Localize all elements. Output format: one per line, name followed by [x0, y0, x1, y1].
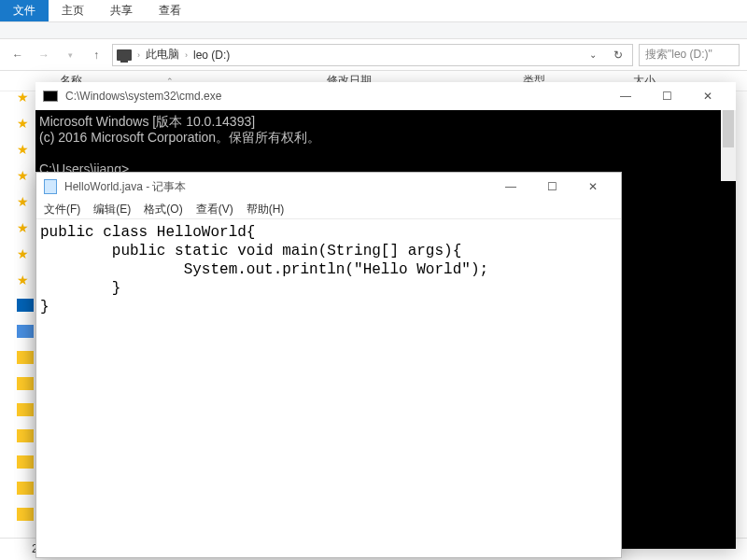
- cmd-icon: [43, 91, 58, 102]
- quick-access-icon[interactable]: ★: [17, 116, 34, 129]
- notepad-menubar: 文件(F) 编辑(E) 格式(O) 查看(V) 帮助(H): [36, 201, 621, 219]
- quick-access-icon[interactable]: ★: [17, 142, 34, 155]
- cmd-body[interactable]: Microsoft Windows [版本 10.0.14393] (c) 20…: [35, 110, 736, 181]
- close-button[interactable]: ✕: [687, 82, 728, 110]
- nav-forward-button[interactable]: →: [34, 45, 54, 65]
- nav-back-button[interactable]: ←: [7, 45, 28, 65]
- ribbon-tab-share[interactable]: 共享: [97, 0, 146, 21]
- ribbon-body: [0, 22, 747, 39]
- ribbon-tabs: 文件 主页 共享 查看: [0, 0, 747, 22]
- onedrive-icon[interactable]: [17, 299, 34, 312]
- ribbon-tab-home[interactable]: 主页: [49, 0, 97, 21]
- notepad-window-controls: — ☐ ✕: [490, 173, 613, 201]
- cmd-titlebar[interactable]: C:\Windows\system32\cmd.exe — ☐ ✕: [35, 82, 736, 110]
- addr-history-button[interactable]: ⌄: [584, 49, 602, 60]
- notepad-icon: [44, 179, 57, 194]
- menu-edit[interactable]: 编辑(E): [93, 202, 131, 217]
- cmd-window-controls: — ☐ ✕: [605, 82, 728, 110]
- quick-access-icon[interactable]: ★: [17, 90, 34, 103]
- menu-file[interactable]: 文件(F): [44, 202, 80, 217]
- breadcrumb-drive[interactable]: leo (D:): [193, 49, 230, 62]
- close-button[interactable]: ✕: [572, 173, 613, 201]
- nav-recent-button[interactable]: ▾: [60, 45, 80, 65]
- quick-access-icon[interactable]: ★: [17, 246, 34, 259]
- folder-icon[interactable]: [17, 429, 34, 442]
- search-input[interactable]: 搜索"leo (D:)": [639, 44, 740, 66]
- quick-access-icon[interactable]: ★: [17, 220, 34, 233]
- minimize-button[interactable]: —: [605, 82, 646, 110]
- notepad-text-area[interactable]: public class HelloWorld{ public static v…: [36, 219, 621, 320]
- minimize-button[interactable]: —: [490, 173, 531, 201]
- menu-format[interactable]: 格式(O): [144, 202, 182, 217]
- folder-icon[interactable]: [17, 351, 34, 364]
- quick-access-icon[interactable]: ★: [17, 273, 34, 286]
- search-placeholder: 搜索"leo (D:)": [645, 47, 712, 63]
- cmd-title-text: C:\Windows\system32\cmd.exe: [65, 90, 221, 103]
- this-pc-icon[interactable]: [17, 325, 34, 338]
- cmd-line: (c) 2016 Microsoft Corporation。保留所有权利。: [39, 130, 320, 145]
- cmd-scrollbar[interactable]: [721, 110, 736, 181]
- maximize-button[interactable]: ☐: [531, 173, 572, 201]
- notepad-window[interactable]: HelloWorld.java - 记事本 — ☐ ✕ 文件(F) 编辑(E) …: [35, 172, 622, 558]
- notepad-title-text: HelloWorld.java - 记事本: [64, 179, 186, 195]
- navbar: ← → ▾ ↑ › 此电脑 › leo (D:) ⌄ ↻ 搜索"leo (D:)…: [0, 39, 747, 71]
- pc-icon: [117, 49, 132, 61]
- folder-icon[interactable]: [17, 508, 34, 521]
- cmd-line: Microsoft Windows [版本 10.0.14393]: [39, 114, 255, 129]
- ribbon-tab-file[interactable]: 文件: [0, 0, 49, 21]
- folder-icon[interactable]: [17, 403, 34, 416]
- folder-icon[interactable]: [17, 377, 34, 390]
- chevron-right-icon: ›: [137, 50, 140, 60]
- folder-icon[interactable]: [17, 455, 34, 469]
- chevron-right-icon: ›: [185, 50, 188, 60]
- folder-icon[interactable]: [17, 482, 34, 495]
- quick-access-icon[interactable]: ★: [17, 194, 34, 207]
- refresh-button[interactable]: ↻: [608, 49, 628, 62]
- menu-view[interactable]: 查看(V): [196, 202, 233, 217]
- ribbon-tab-view[interactable]: 查看: [146, 0, 194, 21]
- quick-access-icon[interactable]: ★: [17, 168, 34, 181]
- breadcrumb-root[interactable]: 此电脑: [146, 47, 179, 63]
- address-bar[interactable]: › 此电脑 › leo (D:) ⌄ ↻: [112, 44, 633, 66]
- nav-up-button[interactable]: ↑: [86, 45, 106, 65]
- menu-help[interactable]: 帮助(H): [247, 202, 285, 217]
- notepad-titlebar[interactable]: HelloWorld.java - 记事本 — ☐ ✕: [36, 173, 621, 201]
- maximize-button[interactable]: ☐: [646, 82, 687, 110]
